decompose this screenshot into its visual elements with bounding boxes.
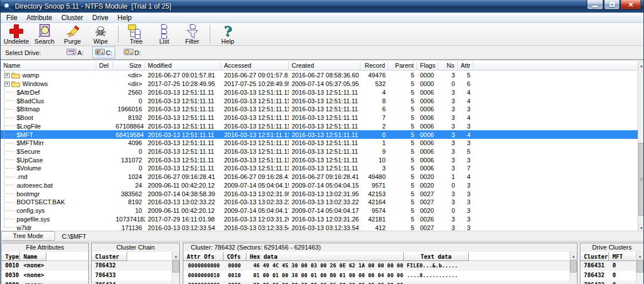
toolbar-button-tree[interactable]: Tree bbox=[122, 23, 150, 45]
column-header-name[interactable]: Name bbox=[1, 61, 96, 71]
table-row[interactable]: $Volume02016-03-13 12:51:11.112016-03-13… bbox=[1, 164, 638, 173]
cell-accessed: 2016-03-13 12:51:11.11 bbox=[221, 97, 289, 105]
table-row[interactable]: bootmgr3835622009-07-14 04:38:58.392016-… bbox=[1, 189, 638, 198]
panel-column-header-name[interactable]: Name bbox=[20, 252, 46, 261]
cluster-chain-scroll-up[interactable]: ▲ bbox=[172, 252, 179, 259]
toolbar-button-help[interactable]: ?Help bbox=[214, 23, 242, 45]
hex-view-scrollbar[interactable]: ▲ bbox=[570, 252, 577, 284]
maximize-button[interactable] bbox=[604, 0, 620, 10]
table-row[interactable]: $LogFile671088642016-03-13 12:51:11.1120… bbox=[1, 122, 638, 130]
close-button[interactable]: ✕ bbox=[621, 0, 641, 10]
column-header-modified[interactable]: Modified bbox=[145, 61, 221, 71]
cell-flags: 0000 bbox=[417, 71, 438, 79]
drive-clusters-scroll-up[interactable]: ▲ bbox=[637, 252, 643, 259]
panel-column-header-cluster[interactable]: Cluster bbox=[92, 252, 127, 261]
cell-created: 2016-06-27 09:16:28.41 bbox=[289, 173, 360, 181]
cluster-chain-scroll-thumb[interactable] bbox=[172, 260, 179, 273]
drive-button-d[interactable]: D: bbox=[121, 46, 144, 59]
cluster-chain-row[interactable]: 786434 bbox=[92, 281, 172, 284]
cell-modified: 2017-07-29 16:11:01.98 bbox=[145, 215, 221, 223]
cell-modified: 2016-03-13 12:51:11.11 bbox=[145, 164, 221, 172]
toolbar-button-wipe[interactable]: ☠Wipe bbox=[87, 23, 115, 45]
file-attribute-row[interactable]: 0080<none> bbox=[2, 281, 88, 284]
cell-modified: 2016-03-13 12:51:11.11 bbox=[145, 131, 221, 139]
table-row[interactable]: $Secure02016-03-13 12:51:11.112016-03-13… bbox=[1, 147, 638, 156]
toolbar-button-list[interactable]: List bbox=[150, 23, 178, 45]
menu-item-help[interactable]: Help bbox=[113, 13, 136, 23]
table-row[interactable]: $MFTMirr40962016-03-13 12:51:11.112016-0… bbox=[1, 139, 638, 147]
file-attribute-row[interactable]: 0030<none> bbox=[2, 271, 88, 281]
table-row[interactable]: config.sys102009-06-11 00:42:20.122009-0… bbox=[1, 207, 638, 215]
drive-button-a[interactable]: A: bbox=[64, 46, 86, 59]
file-attribute-row[interactable]: 0010<none> bbox=[2, 261, 88, 271]
column-header-ns[interactable]: Ns bbox=[438, 61, 458, 71]
hex-row[interactable]: 0000000010001001 00 01 00 38 00 01 00 B0… bbox=[183, 271, 570, 281]
menu-item-drive[interactable]: Drive bbox=[88, 13, 113, 23]
column-header-parent[interactable]: Parent bbox=[388, 61, 417, 71]
scroll-thumb[interactable] bbox=[638, 143, 644, 216]
cluster-chain-scrollbar[interactable]: ▲ bbox=[172, 252, 179, 284]
minimize-button[interactable] bbox=[587, 0, 603, 10]
hex-row[interactable]: 0000000020002000 00 00 00 00 00 00 00 06… bbox=[183, 281, 570, 284]
cell-name: $Boot bbox=[1, 114, 96, 122]
column-header-size[interactable]: Size bbox=[113, 61, 145, 71]
cell-accessed: 2016-06-27 09:01:57.81 bbox=[221, 71, 289, 79]
toolbar-button-purge[interactable]: Purge bbox=[58, 23, 87, 45]
drive-cluster-row[interactable]: 7864320 bbox=[580, 271, 636, 281]
scroll-up-button[interactable]: ▲ bbox=[638, 61, 644, 69]
table-row[interactable]: autoexec.bat242009-06-11 00:42:20.122009… bbox=[1, 181, 638, 190]
hex-scroll-up[interactable]: ▲ bbox=[570, 252, 577, 259]
menu-item-attribute[interactable]: Attribute bbox=[22, 13, 57, 23]
list-view-icon bbox=[158, 24, 171, 38]
column-header-created[interactable]: Created bbox=[289, 61, 360, 71]
hex-row[interactable]: 0000000000000046 49 4C 45 30 00 03 00 26… bbox=[183, 261, 570, 271]
table-row[interactable]: .rnd10242016-06-27 09:16:28.412016-06-27… bbox=[1, 173, 638, 181]
expand-icon[interactable]: + bbox=[5, 81, 10, 87]
table-row[interactable]: $MFT684195842016-03-13 12:51:11.112016-0… bbox=[1, 130, 638, 139]
column-header-record[interactable]: Record bbox=[360, 61, 388, 71]
tree-mode-tab[interactable]: Tree Mode bbox=[1, 231, 55, 241]
expand-icon[interactable]: + bbox=[5, 73, 10, 78]
cluster-chain-row[interactable]: 786432 bbox=[92, 261, 172, 271]
drive-letter: C: bbox=[106, 49, 112, 56]
table-scrollbar[interactable]: ▲ ▼ bbox=[638, 61, 644, 231]
drive-button-c[interactable]: C: bbox=[92, 46, 115, 59]
table-row[interactable]: +wamp<dir>2016-06-27 09:01:57.812016-06-… bbox=[1, 71, 638, 80]
menu-item-cluster[interactable]: Cluster bbox=[57, 13, 88, 23]
panel-column-header-hex-data[interactable]: Hex data bbox=[246, 252, 404, 261]
panel-column-header-text-data[interactable]: Text data bbox=[404, 252, 469, 261]
table-row[interactable]: +Windows<dir>2017-07-25 10:28:49.952017-… bbox=[1, 80, 638, 88]
cell-parent: 5 bbox=[388, 88, 417, 96]
tree-connector bbox=[6, 211, 14, 211]
panel-column-header-cluster[interactable]: Cluster bbox=[580, 252, 609, 261]
toolbar-button-search[interactable]: Search bbox=[30, 23, 58, 45]
toolbar-button-filter[interactable]: Filter bbox=[178, 23, 206, 45]
column-header-del[interactable]: Del bbox=[96, 61, 113, 71]
file-name: $MFT bbox=[17, 131, 33, 139]
panel-column-header-mft-rec[interactable]: MFT Rec bbox=[609, 252, 637, 261]
table-row[interactable]: $BadClus02016-03-13 12:51:11.112016-03-1… bbox=[1, 96, 638, 105]
column-header-attr[interactable]: Attr bbox=[458, 61, 473, 71]
menu-item-file[interactable]: File bbox=[2, 13, 22, 23]
table-header: NameDelSizeModifiedAccessedCreatedRecord… bbox=[1, 61, 638, 71]
hex-scroll-thumb[interactable] bbox=[570, 260, 577, 273]
toolbar-button-undelete[interactable]: Undelete bbox=[2, 23, 30, 45]
panel-column-header-type[interactable]: Type bbox=[2, 252, 20, 261]
table-row[interactable]: BOOTSECT.BAK81922016-03-13 13:02:33.2220… bbox=[1, 198, 638, 207]
column-header-accessed[interactable]: Accessed bbox=[221, 61, 289, 71]
column-header-flags[interactable]: Flags bbox=[417, 61, 438, 71]
table-row[interactable]: $AttrDef25602016-03-13 12:51:11.112016-0… bbox=[1, 88, 638, 96]
table-row[interactable]: pagefile.sys10737418242017-07-29 16:11:0… bbox=[1, 215, 638, 223]
cell-ns: 3 bbox=[438, 156, 458, 164]
table-row[interactable]: $Bitmap19660162016-03-13 12:51:11.112016… bbox=[1, 105, 638, 114]
drive-clusters-scroll-thumb[interactable] bbox=[637, 260, 643, 273]
panel-column-header-cofs[interactable]: COfs bbox=[223, 252, 246, 261]
drive-cluster-row[interactable]: 7864310 bbox=[580, 261, 636, 271]
cell-ns: 1 bbox=[438, 173, 458, 181]
drive-cluster-row[interactable]: 7864330 bbox=[580, 281, 636, 284]
cluster-chain-row[interactable]: 786433 bbox=[92, 271, 172, 281]
table-row[interactable]: $Boot81922016-03-13 12:51:11.112016-03-1… bbox=[1, 114, 638, 122]
panel-column-header-attr-ofs[interactable]: Attr Ofs bbox=[183, 252, 223, 261]
drive-clusters-scrollbar[interactable]: ▲ bbox=[636, 252, 643, 284]
table-row[interactable]: $UpCase1310722016-03-13 12:51:11.112016-… bbox=[1, 155, 638, 164]
